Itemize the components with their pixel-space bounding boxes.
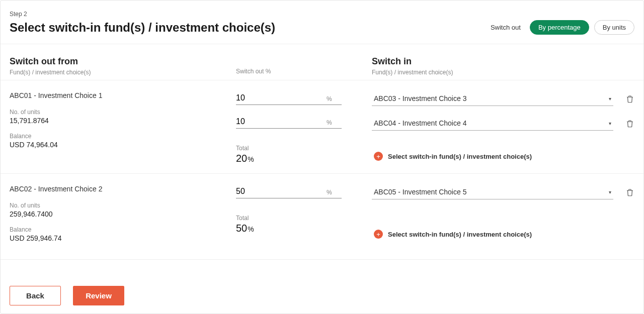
footer: Back Review	[1, 279, 643, 313]
total-suffix: %	[248, 225, 254, 233]
page-header: Step 2 Select switch-in fund(s) / invest…	[1, 1, 643, 44]
switch-out-from-title: Switch out from	[10, 56, 236, 67]
review-button[interactable]: Review	[73, 286, 124, 305]
fund-right-block: ABC03 - Investment Choice 3 ▾ ABC04 - In…	[362, 91, 634, 164]
add-switch-in-link[interactable]: + Select switch-in fund(s) / investment …	[374, 152, 634, 161]
col-switch-out-from: Switch out from Fund(s) / investment cho…	[10, 56, 236, 76]
by-units-toggle[interactable]: By units	[594, 20, 634, 35]
balance-value: USD 74,964.04	[10, 141, 236, 149]
fund-row: ABC01 - Investment Choice 1 No. of units…	[1, 80, 643, 174]
fund-right-block: ABC05 - Investment Choice 5 ▾ + Select s…	[362, 185, 634, 250]
plus-icon: +	[374, 230, 383, 239]
trash-icon[interactable]	[625, 187, 634, 197]
page-container: Step 2 Select switch-in fund(s) / invest…	[0, 0, 644, 314]
units-label: No. of units	[10, 109, 236, 116]
page-title: Select switch-in fund(s) / investment ch…	[10, 21, 275, 35]
switch-in-selected: ABC03 - Investment Choice 3	[374, 94, 466, 102]
fund-name: ABC01 - Investment Choice 1	[10, 91, 236, 99]
pct-suffix: %	[327, 119, 332, 128]
fund-left-block: ABC01 - Investment Choice 1 No. of units…	[10, 91, 236, 164]
units-value: 259,946.7400	[10, 210, 236, 218]
switch-in-row: ABC05 - Investment Choice 5 ▾	[372, 185, 634, 199]
switch-in-select[interactable]: ABC04 - Investment Choice 4 ▾	[372, 116, 613, 131]
chevron-down-icon: ▾	[609, 121, 611, 126]
switch-in-select[interactable]: ABC03 - Investment Choice 3 ▾	[372, 91, 613, 106]
switch-out-label: Switch out	[491, 24, 521, 31]
col-switch-in: Switch in Fund(s) / investment choice(s)	[362, 56, 634, 76]
switch-out-pct-input[interactable]	[236, 115, 327, 128]
step-label: Step 2	[10, 11, 275, 18]
total-suffix: %	[248, 155, 254, 163]
switch-out-pct-input[interactable]	[236, 91, 327, 104]
back-button[interactable]: Back	[10, 286, 61, 305]
total-label: Total	[236, 145, 362, 152]
switch-in-selected: ABC04 - Investment Choice 4	[374, 119, 466, 127]
trash-icon[interactable]	[625, 94, 634, 104]
pct-input-wrap[interactable]: %	[236, 185, 342, 198]
fund-row: ABC02 - Investment Choice 2 No. of units…	[1, 174, 643, 260]
switch-out-from-sub: Fund(s) / investment choice(s)	[10, 69, 236, 76]
plus-icon: +	[374, 152, 383, 161]
fund-left-block: ABC02 - Investment Choice 2 No. of units…	[10, 185, 236, 250]
switch-in-row: ABC04 - Investment Choice 4 ▾	[372, 116, 634, 131]
total-block: Total 20%	[236, 145, 362, 164]
trash-icon[interactable]	[625, 119, 634, 129]
fund-name: ABC02 - Investment Choice 2	[10, 185, 236, 193]
total-block: Total 50%	[236, 215, 362, 234]
add-switch-in-label: Select switch-in fund(s) / investment ch…	[388, 231, 532, 238]
chevron-down-icon: ▾	[609, 189, 611, 195]
by-percentage-toggle[interactable]: By percentage	[530, 20, 589, 35]
pct-suffix: %	[327, 95, 332, 104]
fund-mid-block: % % Total 20%	[236, 91, 362, 164]
pct-suffix: %	[327, 189, 332, 198]
units-label: No. of units	[10, 202, 236, 209]
header-left: Step 2 Select switch-in fund(s) / invest…	[10, 11, 275, 35]
pct-input-wrap[interactable]: %	[236, 91, 342, 105]
total-value: 20	[236, 153, 247, 164]
chevron-down-icon: ▾	[609, 96, 611, 101]
total-value: 50	[236, 223, 247, 234]
switch-in-sub: Fund(s) / investment choice(s)	[372, 69, 634, 76]
total-label: Total	[236, 215, 362, 222]
pct-input-wrap[interactable]: %	[236, 115, 342, 129]
fund-mid-block: % Total 50%	[236, 185, 362, 250]
header-right: Switch out By percentage By units	[491, 20, 634, 35]
columns-header: Switch out from Fund(s) / investment cho…	[1, 44, 643, 80]
add-switch-in-label: Select switch-in fund(s) / investment ch…	[388, 153, 532, 160]
balance-value: USD 259,946.74	[10, 234, 236, 242]
balance-label: Balance	[10, 133, 236, 140]
switch-in-title: Switch in	[372, 56, 634, 67]
add-switch-in-link[interactable]: + Select switch-in fund(s) / investment …	[374, 230, 634, 239]
switch-in-selected: ABC05 - Investment Choice 5	[374, 188, 466, 196]
switch-out-pct-input[interactable]	[236, 185, 327, 198]
balance-label: Balance	[10, 226, 236, 233]
switch-in-row: ABC03 - Investment Choice 3 ▾	[372, 91, 634, 106]
switch-out-pct-header: Switch out %	[236, 68, 271, 76]
switch-in-select[interactable]: ABC05 - Investment Choice 5 ▾	[372, 185, 613, 199]
col-switch-out-pct: Switch out %	[236, 56, 362, 76]
units-value: 15,791.8764	[10, 117, 236, 125]
